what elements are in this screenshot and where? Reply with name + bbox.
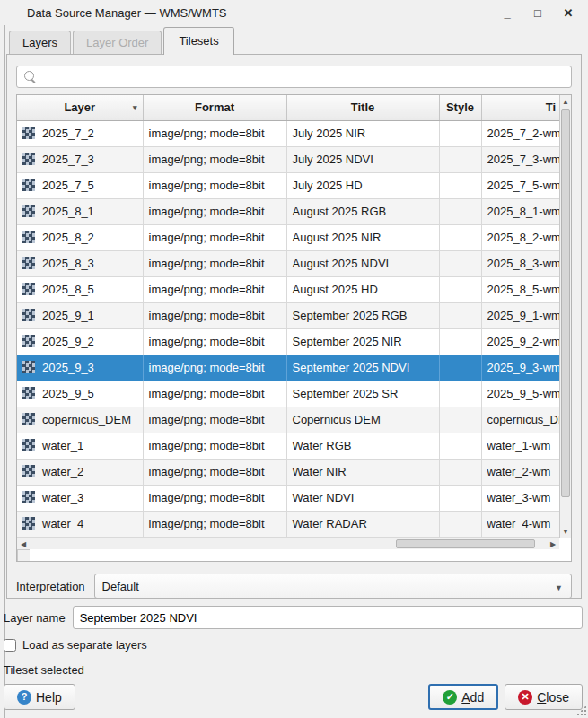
vertical-scrollbar[interactable]: ▲ ▼ [559,95,571,538]
tileset-search-box [16,66,572,88]
table-row[interactable]: 2025_8_5image/png; mode=8bitAugust 2025 … [17,276,559,302]
cell-format: image/png; mode=8bit [143,302,286,328]
cell-format: image/png; mode=8bit [143,276,286,302]
table-row[interactable]: 2025_8_1image/png; mode=8bitAugust 2025 … [17,198,559,224]
search-input[interactable] [41,70,566,83]
cell-style [439,485,481,511]
cell-style [439,433,481,459]
tab-layers[interactable]: Layers [9,31,71,55]
table-row[interactable]: water_1image/png; mode=8bitWater RGBwate… [17,433,559,459]
raster-layer-icon [22,387,35,399]
minimize-icon[interactable]: _ [500,5,514,20]
cell-format: image/png; mode=8bit [143,459,286,485]
cell-layer: 2025_9_2 [17,328,143,355]
load-separate-row: Load as separate layers [4,638,147,652]
table-row[interactable]: 2025_7_3image/png; mode=8bitJuly 2025 ND… [17,146,559,172]
cell-tileset: 2025_8_1-wm [481,198,559,224]
close-button[interactable]: ✕ Close [505,684,583,710]
table-row[interactable]: 2025_9_3image/png; mode=8bitSeptember 20… [17,355,559,381]
scroll-up-icon[interactable]: ▲ [560,95,571,108]
cell-tileset: 2025_9_3-wm [481,355,559,381]
layer-name-row: Layer name [4,605,583,630]
tileset-table: Layer ▾ Format Title Style Ti 2025_7_2im… [16,94,572,562]
cell-format: image/png; mode=8bit [143,407,286,433]
table-row[interactable]: copernicus_DEMimage/png; mode=8bitCopern… [17,407,559,433]
raster-layer-icon [22,179,35,191]
table-row[interactable]: water_4image/png; mode=8bitWater RADARwa… [17,511,559,537]
interpretation-combobox[interactable]: Default ▼ [94,574,572,599]
cell-layer: 2025_7_2 [17,120,143,146]
scroll-right-icon[interactable]: ▶ [547,538,559,549]
interpretation-row: Interpretation Default ▼ [16,574,572,599]
help-button[interactable]: ? Help [4,684,75,710]
window-controls: _ □ ✕ [500,5,575,20]
raster-layer-icon [22,439,35,451]
load-separate-label[interactable]: Load as separate layers [22,638,147,652]
cell-layer: 2025_8_1 [17,198,143,224]
raster-layer-icon [22,231,35,243]
column-header-style[interactable]: Style [439,95,481,120]
cell-title: August 2025 RGB [286,198,439,224]
interpretation-value: Default [102,580,139,593]
cell-title: September 2025 NIR [286,328,439,355]
scroll-left-icon[interactable]: ◀ [17,538,30,549]
cell-format: image/png; mode=8bit [143,250,286,276]
vertical-scrollbar-thumb[interactable] [561,109,570,497]
cell-style [439,355,481,381]
cell-layer: 2025_8_2 [17,224,143,250]
cell-title: Water RGB [286,433,439,459]
cell-tileset: 2025_8_5-wm [481,276,559,302]
chevron-down-icon: ▼ [555,583,563,592]
horizontal-scrollbar-thumb[interactable] [396,539,535,548]
column-header-title[interactable]: Title [286,95,439,120]
column-header-format[interactable]: Format [143,95,286,120]
scrollbar-corner [17,549,30,561]
cell-title: Water NIR [286,459,439,485]
cell-title: Water RADAR [286,511,439,537]
layer-name-input[interactable] [73,606,583,629]
table-row[interactable]: water_2image/png; mode=8bitWater NIRwate… [17,459,559,485]
scroll-down-icon[interactable]: ▼ [560,525,571,538]
cell-layer: water_2 [17,459,143,485]
cell-layer: water_1 [17,433,143,459]
close-icon[interactable]: ✕ [561,5,575,20]
raster-layer-icon [22,491,35,503]
load-separate-checkbox[interactable] [4,639,16,652]
status-text: Tileset selected [4,663,84,677]
table-row[interactable]: 2025_9_2image/png; mode=8bitSeptember 20… [17,328,559,355]
cell-layer: water_4 [17,511,143,537]
column-header-layer[interactable]: Layer ▾ [17,95,143,120]
table-row[interactable]: water_3image/png; mode=8bitWater NDVIwat… [17,485,559,511]
table-row[interactable]: 2025_8_2image/png; mode=8bitAugust 2025 … [17,224,559,250]
table-row[interactable]: 2025_9_1image/png; mode=8bitSeptember 20… [17,302,559,328]
raster-layer-icon [22,283,35,295]
cell-tileset: 2025_7_2-wm [481,120,559,146]
tab-tilesets[interactable]: Tilesets [163,27,233,55]
cell-style [439,511,481,537]
column-header-layer-label: Layer [64,101,95,114]
cell-style [439,198,481,224]
interpretation-label: Interpretation [16,580,85,593]
table-row[interactable]: 2025_8_3image/png; mode=8bitAugust 2025 … [17,250,559,276]
cell-title: September 2025 SR [286,381,439,407]
cell-title: August 2025 NIR [286,224,439,250]
raster-layer-icon [22,127,35,139]
maximize-icon[interactable]: □ [531,5,545,20]
raster-layer-icon [22,361,35,373]
close-button-label: Close [537,690,569,705]
tab-layer-order: Layer Order [73,31,162,55]
help-icon: ? [17,690,31,705]
table-row[interactable]: 2025_7_5image/png; mode=8bitJuly 2025 HD… [17,172,559,198]
cell-tileset: 2025_9_1-wm [481,302,559,328]
search-icon [24,71,36,83]
cell-tileset: 2025_8_2-wm [481,224,559,250]
cell-title: Copernicus DEM [286,407,439,433]
table-row[interactable]: 2025_7_2image/png; mode=8bitJuly 2025 NI… [17,120,559,146]
cell-tileset: 2025_8_3-wm [481,250,559,276]
horizontal-scrollbar[interactable]: ◀ ▶ [17,538,559,549]
cell-layer: 2025_9_5 [17,381,143,407]
cell-format: image/png; mode=8bit [143,146,286,172]
add-button[interactable]: ✓ Add [428,684,498,710]
column-header-tileset[interactable]: Ti [481,95,559,120]
table-row[interactable]: 2025_9_5image/png; mode=8bitSeptember 20… [17,381,559,407]
